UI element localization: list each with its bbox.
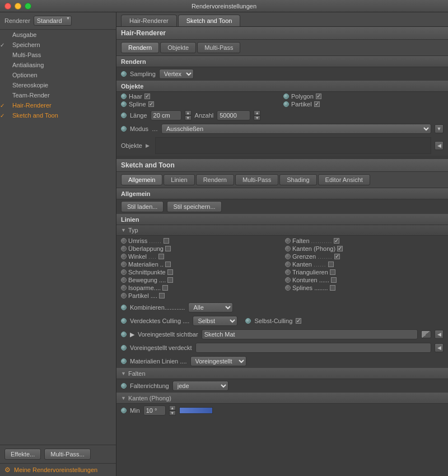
partikel-radio[interactable] — [283, 101, 289, 107]
winkel-radio[interactable] — [121, 254, 127, 259]
polygon-checkbox[interactable] — [316, 94, 321, 99]
sidebar-item-stereoskopie[interactable]: Stereoskopie — [0, 80, 116, 90]
kanten-phong-radio[interactable] — [285, 246, 291, 251]
renderer-select[interactable]: Standard — [34, 16, 72, 26]
typ-header[interactable]: ▼ Typ — [116, 225, 448, 236]
sat-tab-shading[interactable]: Shading — [279, 174, 316, 185]
objekte-nav-btn[interactable]: ◀ — [435, 141, 444, 150]
ueberlappung-check[interactable] — [165, 246, 171, 251]
selbst-culling-check[interactable] — [296, 318, 301, 324]
triangulieren-check[interactable] — [330, 269, 335, 275]
sat-tab-multipass[interactable]: Multi-Pass — [235, 174, 278, 185]
ueberlappung-radio[interactable] — [121, 246, 127, 251]
falten-radio[interactable] — [285, 238, 291, 244]
modus-radio[interactable] — [121, 126, 127, 132]
sidebar-item-multipass[interactable]: Multi-Pass — [0, 50, 116, 60]
verdecktes-select[interactable]: Selbst — [193, 316, 237, 326]
gear-icon[interactable]: ⚙ — [4, 466, 11, 474]
kombinieren-select[interactable]: Alle — [188, 302, 233, 312]
selbst-culling-radio[interactable] — [245, 318, 251, 324]
stil-laden-button[interactable]: Stil laden... — [121, 201, 164, 212]
modus-nav-btn[interactable]: ▼ — [435, 124, 444, 133]
sidebar-item-optionen[interactable]: Optionen — [0, 70, 116, 80]
splines-radio[interactable] — [285, 285, 291, 291]
kombinieren-radio[interactable] — [121, 305, 127, 310]
partikel2-check[interactable] — [159, 293, 165, 298]
spline-checkbox[interactable] — [148, 101, 154, 107]
sidebar-item-teamrender[interactable]: Team-Render — [0, 90, 116, 100]
mat-linien-select[interactable]: Voreingestellt — [190, 356, 246, 366]
minimize-button[interactable] — [15, 3, 21, 10]
anzahl-spinner[interactable]: ▲ ▼ — [254, 110, 260, 120]
vorein-verdeckt-nav[interactable]: ◀ — [435, 343, 444, 352]
vorein-sichtbar-nav[interactable]: ◀ — [435, 330, 444, 339]
objekte-expand-icon[interactable]: ▶ — [146, 143, 150, 148]
faltenrichtung-radio[interactable] — [121, 383, 127, 389]
konturen-radio[interactable] — [285, 277, 291, 283]
haar-radio[interactable] — [121, 94, 127, 99]
sidebar-item-sketchandtoon[interactable]: ✓ Sketch and Toon — [0, 110, 116, 120]
verdecktes-radio[interactable] — [121, 318, 127, 324]
isoparme-check[interactable] — [162, 285, 168, 291]
stil-speichern-button[interactable]: Stil speichern... — [167, 201, 221, 212]
effekte-button[interactable]: Effekte... — [4, 449, 41, 460]
haar-checkbox[interactable] — [144, 94, 150, 99]
winkel-check[interactable] — [158, 254, 164, 259]
kanten-min-radio[interactable] — [121, 408, 127, 413]
vorein-verdeckt-input[interactable] — [195, 343, 431, 353]
materialien-radio[interactable] — [121, 262, 127, 267]
sat-tab-rendern[interactable]: Rendern — [196, 174, 234, 185]
bewegung-check[interactable] — [167, 277, 173, 283]
sat-tab-allgemein[interactable]: Allgemein — [121, 174, 162, 185]
falten-header[interactable]: ▼ Falten — [116, 368, 448, 379]
close-button[interactable] — [4, 3, 11, 10]
konturen-check[interactable] — [331, 277, 337, 283]
vorein-sichtbar-input[interactable] — [202, 329, 418, 339]
subtab-multipass[interactable]: Multi-Pass — [197, 42, 240, 53]
laenge-input[interactable] — [151, 110, 181, 120]
sidebar-item-antialiasing[interactable]: Antialiasing — [0, 60, 116, 70]
anzahl-input[interactable] — [217, 110, 250, 120]
mat-linien-radio[interactable] — [121, 358, 127, 364]
laenge-spinner[interactable]: ▲ ▼ — [185, 110, 192, 120]
kanten-check[interactable] — [328, 262, 334, 267]
spline-radio[interactable] — [121, 101, 127, 107]
kanten-radio[interactable] — [285, 262, 291, 267]
triangulieren-radio[interactable] — [285, 269, 291, 275]
tab-hair-renderer[interactable]: Hair-Renderer — [121, 15, 177, 26]
subtab-rendern[interactable]: Rendern — [121, 42, 159, 53]
multipass-button[interactable]: Multi-Pass... — [44, 449, 91, 460]
grenzen-radio[interactable] — [285, 254, 291, 259]
bewegung-radio[interactable] — [121, 277, 127, 283]
subtab-objekte[interactable]: Objekte — [160, 42, 196, 53]
isoparme-radio[interactable] — [121, 285, 127, 291]
umriss-radio[interactable] — [121, 238, 127, 244]
sat-tab-editor[interactable]: Editor Ansicht — [318, 174, 370, 185]
vorein-sichtbar-radio[interactable] — [121, 332, 127, 337]
splines-check[interactable] — [330, 285, 335, 291]
kanten-min-spinner[interactable]: ▲ ▼ — [169, 405, 176, 416]
renderer-select-wrap[interactable]: Standard — [34, 16, 72, 26]
kanten-min-input[interactable] — [143, 405, 166, 416]
kanten-phong-header[interactable]: ▼ Kanten (Phong) — [116, 393, 448, 404]
sampling-select[interactable]: Vertex — [159, 69, 194, 79]
modus-select[interactable]: Ausschließen — [161, 124, 431, 134]
sidebar-item-ausgabe[interactable]: Ausgabe — [0, 30, 116, 40]
vorein-sichtbar-color[interactable] — [421, 330, 431, 338]
partikel-checkbox[interactable] — [314, 101, 320, 107]
polygon-radio[interactable] — [283, 94, 289, 99]
schnittpunkte-check[interactable] — [167, 269, 173, 275]
kanten-phong-check[interactable] — [337, 246, 343, 251]
materialien-check[interactable] — [165, 262, 171, 267]
umriss-check[interactable] — [164, 238, 169, 244]
partikel2-radio[interactable] — [121, 293, 127, 298]
sidebar-item-speichern[interactable]: ✓ Speichern — [0, 40, 116, 50]
maximize-button[interactable] — [25, 3, 31, 10]
sat-tab-linien[interactable]: Linien — [164, 174, 194, 185]
tab-sketch-and-toon[interactable]: Sketch and Toon — [178, 15, 241, 26]
falten-check[interactable] — [334, 238, 339, 244]
faltenrichtung-select[interactable]: jede — [172, 381, 228, 391]
vorein-verdeckt-radio[interactable] — [121, 345, 127, 351]
sidebar-item-hairrenderer[interactable]: ✓ Hair-Renderer — [0, 100, 116, 110]
sampling-radio[interactable] — [121, 71, 127, 77]
